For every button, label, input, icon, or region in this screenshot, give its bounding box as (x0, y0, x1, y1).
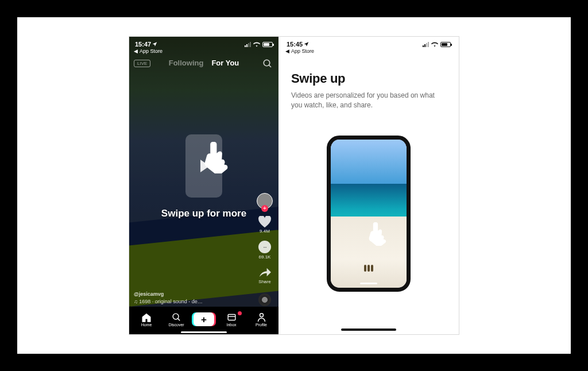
home-indicator[interactable] (181, 331, 227, 333)
phone-right-onboarding: 15:45 ◀ App Store Swipe u (278, 37, 459, 334)
onboarding-subtitle: Videos are personalized for you based on… (291, 91, 442, 110)
mock-home-indicator (360, 283, 377, 284)
cellular-icon (245, 42, 251, 47)
comment-button[interactable]: ··· 69.1K (258, 241, 271, 260)
back-to-appstore[interactable]: ◀ App Store (134, 48, 163, 54)
screenshots-card: 15:47 ◀ App Store LIVE (129, 36, 459, 335)
chevron-left-icon: ◀ (285, 48, 289, 54)
svg-rect-4 (228, 314, 235, 320)
chevron-left-icon: ◀ (134, 48, 138, 54)
mock-phone-illustration (327, 136, 411, 292)
search-icon (172, 312, 181, 322)
like-count: 9.4M (260, 229, 270, 234)
onboarding-title: Swipe up (291, 71, 442, 86)
like-button[interactable]: 9.4M (258, 216, 271, 234)
comment-count: 69.1K (259, 254, 271, 260)
battery-icon (262, 42, 273, 47)
status-time: 15:45 (287, 41, 303, 48)
tab-for-you[interactable]: For You (211, 59, 239, 67)
avatar-icon (257, 193, 273, 209)
nav-inbox[interactable]: Inbox (216, 312, 246, 327)
wifi-icon (253, 42, 260, 47)
svg-line-1 (269, 65, 271, 67)
status-time: 15:47 (135, 41, 151, 48)
caption-sound[interactable]: ♫ 1698 · original sound - de… (134, 299, 203, 304)
nav-discover[interactable]: Discover (161, 312, 191, 327)
mock-people (364, 265, 373, 272)
nav-inbox-label: Inbox (226, 323, 236, 327)
share-button[interactable]: Share (258, 266, 271, 284)
location-arrow-icon (152, 41, 157, 48)
nav-home[interactable]: Home (131, 312, 161, 327)
action-rail: 9.4M ··· 69.1K Share (254, 193, 275, 306)
live-badge[interactable]: LIVE (134, 60, 150, 67)
home-icon (141, 312, 152, 322)
share-label: Share (258, 279, 270, 284)
tab-following[interactable]: Following (169, 59, 204, 67)
back-to-appstore[interactable]: ◀ App Store (285, 48, 314, 54)
author-avatar[interactable] (257, 193, 273, 209)
nav-profile[interactable]: Profile (246, 312, 276, 327)
svg-line-3 (177, 318, 180, 320)
comment-icon: ··· (258, 241, 271, 253)
phone-left-tiktok-feed: 15:47 ◀ App Store LIVE (129, 37, 278, 334)
nav-discover-label: Discover (168, 323, 184, 327)
swipe-hand-icon (367, 219, 391, 248)
swipe-hand-icon (202, 138, 235, 176)
white-canvas: 15:47 ◀ App Store LIVE (17, 17, 571, 354)
search-icon[interactable] (262, 59, 273, 71)
location-arrow-icon (304, 41, 309, 48)
back-label: App Store (291, 48, 314, 54)
svg-point-5 (260, 313, 263, 316)
nav-profile-label: Profile (256, 323, 267, 327)
page-frame: 15:47 ◀ App Store LIVE (0, 0, 588, 371)
nav-home-label: Home (141, 323, 152, 327)
svg-point-0 (264, 60, 270, 66)
caption-user[interactable]: @jesicamvg (134, 291, 203, 297)
cellular-icon (423, 42, 429, 47)
wifi-icon (431, 42, 438, 47)
nav-create[interactable] (194, 312, 214, 326)
music-disc-icon[interactable] (258, 293, 271, 306)
onboarding-copy: Swipe up Videos are personalized for you… (291, 71, 442, 110)
battery-icon (440, 42, 451, 47)
svg-point-2 (173, 314, 179, 319)
bottom-nav: Home Discover Inbox Profile (129, 307, 278, 334)
back-label: App Store (140, 48, 163, 54)
person-icon (257, 312, 266, 322)
caption: @jesicamvg ♫ 1698 · original sound - de… (134, 291, 203, 304)
notification-dot-icon (238, 311, 242, 315)
home-indicator[interactable] (341, 329, 396, 331)
feed-tabs: Following For You (169, 59, 239, 67)
inbox-icon (227, 312, 237, 322)
